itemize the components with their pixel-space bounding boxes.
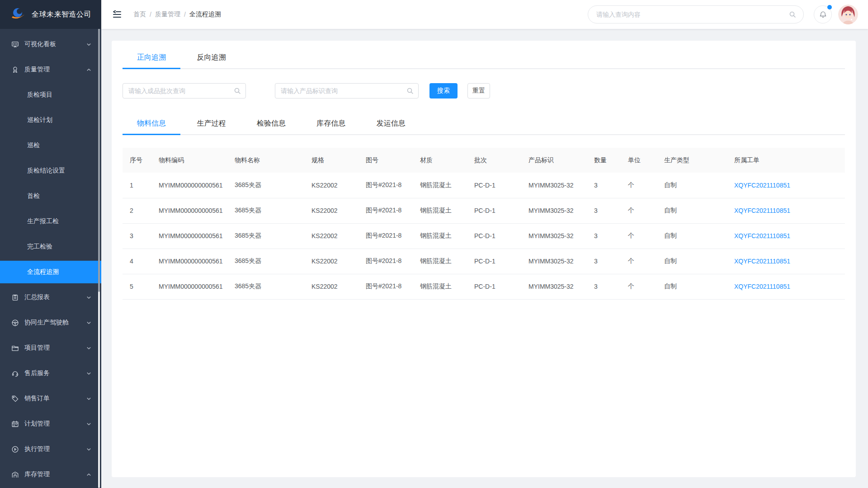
notifications-button[interactable] [814, 5, 832, 23]
tab-production-process[interactable]: 生产过程 [182, 117, 240, 130]
sidebar-menu: 可视化看板 质量管理 质检项目 巡检计划 巡检 质检结论设置 首检 生产报工检 [0, 29, 101, 487]
cell-product-id: MYIMM3025-32 [521, 198, 587, 223]
sidebar-item-label: 首检 [27, 192, 40, 200]
sidebar-item-quality-management[interactable]: 质量管理 [0, 57, 101, 82]
tab-divider [123, 68, 845, 69]
work-order-link[interactable]: XQYFC2021110851 [734, 182, 790, 189]
sidebar-item-inspection-project[interactable]: 质检项目 [0, 82, 101, 108]
table-row: 5 MYIMM000000000561 3685夹器 KS22002 图号#20… [123, 274, 845, 299]
tab-forward-trace[interactable]: 正向追溯 [123, 51, 180, 64]
cell-spec: KS22002 [304, 274, 359, 299]
sidebar-item-project-management[interactable]: 项目管理 [0, 335, 101, 361]
cell-material-quality: 钢筋混凝土 [413, 249, 467, 274]
chevron-up-icon [86, 67, 91, 72]
sidebar: 全球未来智造公司 可视化看板 质量管理 质检项目 巡检计划 巡检 [0, 0, 101, 488]
tab-inventory-info[interactable]: 库存信息 [302, 117, 360, 130]
active-tab-indicator [123, 134, 180, 135]
tab-shipping-info[interactable]: 发运信息 [362, 117, 420, 130]
sidebar-item-visual-dashboard[interactable]: 可视化看板 [0, 32, 101, 57]
sidebar-item-label: 项目管理 [24, 344, 50, 352]
chevron-down-icon [86, 295, 91, 300]
sidebar-item-patrol[interactable]: 巡检 [0, 133, 101, 158]
chevron-down-icon [86, 396, 91, 401]
user-avatar[interactable] [838, 5, 858, 24]
sidebar-scrollbar-track[interactable] [98, 29, 100, 488]
cell-material-quality: 钢筋混凝土 [413, 223, 467, 249]
breadcrumb-current: 全流程追溯 [189, 10, 221, 19]
sidebar-item-sales-order[interactable]: 销售订单 [0, 386, 101, 411]
detail-tabs: 物料信息 生产过程 检验信息 库存信息 发运信息 [123, 117, 845, 135]
sidebar-item-label: 完工检验 [27, 243, 52, 251]
cell-production-type: 自制 [657, 198, 727, 223]
cell-production-type: 自制 [657, 274, 727, 299]
play-circle-icon [11, 446, 19, 453]
breadcrumb-quality[interactable]: 质量管理 [155, 10, 180, 19]
col-product-id: 产品标识 [521, 148, 587, 173]
cell-product-id: MYIMM3025-32 [521, 249, 587, 274]
sidebar-item-production-cockpit[interactable]: 协同生产驾驶舱 [0, 310, 101, 335]
sidebar-item-inventory-management[interactable]: 库存管理 [0, 462, 101, 487]
sidebar-item-plan-management[interactable]: 计划管理 [0, 411, 101, 436]
cell-material-name: 3685夹器 [227, 173, 304, 198]
reset-button[interactable]: 重置 [467, 83, 490, 99]
work-order-link[interactable]: XQYFC2021110851 [734, 207, 790, 214]
breadcrumb-separator: / [150, 11, 151, 18]
cell-spec: KS22002 [304, 198, 359, 223]
warehouse-icon [11, 471, 19, 479]
sidebar-item-completion-inspection[interactable]: 完工检验 [0, 234, 101, 259]
work-order-link[interactable]: XQYFC2021110851 [734, 232, 790, 239]
table-row: 1 MYIMM000000000561 3685夹器 KS22002 图号#20… [123, 173, 845, 198]
sidebar-item-production-report-check[interactable]: 生产报工检 [0, 209, 101, 234]
sidebar-item-patrol-plan[interactable]: 巡检计划 [0, 108, 101, 133]
batch-query-input[interactable] [128, 87, 234, 94]
breadcrumb-home[interactable]: 首页 [133, 10, 146, 19]
sidebar-item-label: 售后服务 [24, 369, 50, 377]
col-work-order: 所属工单 [727, 148, 845, 173]
cell-spec: KS22002 [304, 249, 359, 274]
cell-quantity: 3 [587, 274, 621, 299]
cell-material-code: MYIMM000000000561 [151, 249, 227, 274]
sidebar-item-conclusion-settings[interactable]: 质检结论设置 [0, 158, 101, 183]
sidebar-scrollbar-thumb[interactable] [98, 29, 100, 292]
headset-icon [11, 370, 19, 377]
cell-material-quality: 钢筋混凝土 [413, 173, 467, 198]
batch-query-field [123, 83, 246, 99]
table-row: 2 MYIMM000000000561 3685夹器 KS22002 图号#20… [123, 198, 845, 223]
tab-inspection-info[interactable]: 检验信息 [242, 117, 300, 130]
col-unit: 单位 [621, 148, 657, 173]
sidebar-item-full-trace[interactable]: 全流程追溯 [0, 261, 101, 283]
cell-spec: KS22002 [304, 223, 359, 249]
global-search-input[interactable] [596, 11, 789, 18]
cell-production-type: 自制 [657, 249, 727, 274]
filter-bar: 搜索 重置 [123, 83, 845, 99]
chevron-down-icon [86, 447, 91, 452]
tab-divider [123, 134, 845, 135]
sidebar-item-after-sales[interactable]: 售后服务 [0, 361, 101, 386]
cell-material-name: 3685夹器 [227, 223, 304, 249]
menu-fold-button[interactable] [112, 9, 123, 20]
tab-material-info[interactable]: 物料信息 [123, 117, 180, 130]
search-button[interactable]: 搜索 [429, 83, 458, 99]
col-spec: 规格 [304, 148, 359, 173]
work-order-link[interactable]: XQYFC2021110851 [734, 258, 790, 265]
breadcrumb: 首页 / 质量管理 / 全流程追溯 [133, 10, 221, 19]
sidebar-item-summary-report[interactable]: 汇总报表 [0, 285, 101, 310]
quality-medal-icon [11, 66, 19, 74]
cell-unit: 个 [621, 173, 657, 198]
cell-unit: 个 [621, 249, 657, 274]
col-material-name: 物料名称 [227, 148, 304, 173]
search-icon [406, 87, 414, 94]
work-order-link[interactable]: XQYFC2021110851 [734, 283, 790, 290]
sidebar-header: 全球未来智造公司 [0, 0, 101, 29]
table-header-row: 序号 物料编码 物料名称 规格 图号 材质 批次 产品标识 数量 单位 生产类型… [123, 148, 845, 173]
cell-batch: PC-D-1 [467, 223, 521, 249]
cell-product-id: MYIMM3025-32 [521, 274, 587, 299]
sidebar-item-execution-management[interactable]: 执行管理 [0, 436, 101, 462]
cell-material-name: 3685夹器 [227, 249, 304, 274]
cell-production-type: 自制 [657, 173, 727, 198]
cell-unit: 个 [621, 198, 657, 223]
bell-icon [819, 11, 827, 19]
tab-backward-trace[interactable]: 反向追溯 [182, 51, 240, 64]
sidebar-item-first-inspection[interactable]: 首检 [0, 183, 101, 209]
product-id-query-input[interactable] [281, 87, 406, 94]
